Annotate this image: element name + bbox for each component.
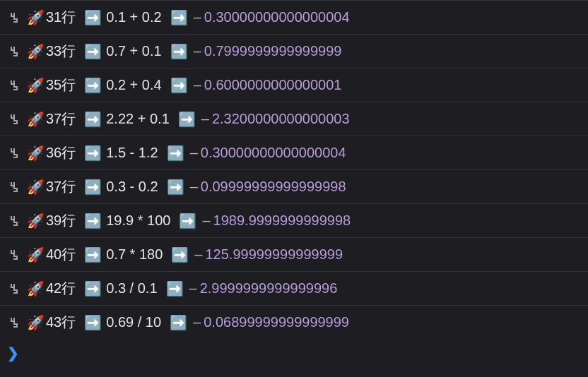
- log-separator: –: [188, 280, 197, 297]
- log-result: 0.7999999999999999: [204, 43, 342, 59]
- log-separator: –: [189, 145, 198, 161]
- rocket-icon: 🚀: [27, 314, 45, 331]
- log-row[interactable]: 🚀 37行 ➡️ 0.3 - 0.2 ➡️ – 0.09999999999999…: [0, 169, 588, 203]
- log-result: 0.6000000000000001: [204, 77, 342, 93]
- log-result: 2.3200000000000003: [212, 111, 350, 127]
- log-result: 125.99999999999999: [205, 246, 343, 263]
- log-row[interactable]: 🚀 36行 ➡️ 1.5 - 1.2 ➡️ – 0.30000000000000…: [0, 136, 588, 169]
- log-level-icon: [7, 282, 21, 296]
- log-separator: –: [192, 9, 201, 25]
- log-row[interactable]: 🚀 37行 ➡️ 2.22 + 0.1 ➡️ – 2.3200000000000…: [0, 102, 588, 136]
- log-separator: –: [193, 246, 202, 263]
- log-expression: 0.7 * 180: [106, 246, 163, 263]
- svg-rect-14: [11, 83, 14, 85]
- arrow-icon: ➡️: [179, 213, 196, 229]
- log-separator: –: [189, 179, 198, 195]
- rocket-icon: 🚀: [27, 246, 45, 263]
- arrow-icon: ➡️: [170, 9, 188, 26]
- log-level-icon: [7, 146, 21, 160]
- log-separator: –: [192, 77, 201, 93]
- rocket-icon: 🚀: [27, 77, 45, 94]
- svg-rect-53: [13, 292, 17, 294]
- log-row[interactable]: 🚀 39行 ➡️ 19.9 * 100 ➡️ – 1989.9999999999…: [0, 203, 588, 237]
- log-line-label: 37行: [46, 109, 76, 128]
- console-input-row[interactable]: ❯: [0, 339, 588, 367]
- arrow-icon: ➡️: [84, 111, 102, 128]
- rocket-icon: 🚀: [27, 9, 45, 26]
- log-level-icon: [7, 316, 21, 330]
- arrow-icon: ➡️: [170, 77, 188, 94]
- log-result: 0.30000000000000004: [201, 145, 346, 161]
- log-separator: –: [192, 314, 201, 330]
- svg-rect-47: [13, 258, 17, 260]
- prompt-caret-icon: ❯: [7, 345, 19, 361]
- svg-rect-44: [11, 253, 14, 254]
- rocket-icon: 🚀: [27, 43, 45, 60]
- arrow-icon: ➡️: [171, 246, 189, 263]
- log-row[interactable]: 🚀 40行 ➡️ 0.7 * 180 ➡️ – 125.999999999999…: [0, 237, 588, 271]
- svg-rect-35: [13, 191, 17, 192]
- log-expression: 19.9 * 100: [106, 213, 170, 229]
- log-expression: 0.3 - 0.2: [106, 179, 158, 195]
- log-expression: 1.5 - 1.2: [106, 145, 158, 161]
- log-expression: 2.22 + 0.1: [106, 111, 170, 127]
- svg-rect-20: [11, 117, 14, 119]
- arrow-icon: ➡️: [167, 179, 184, 196]
- arrow-icon: ➡️: [170, 43, 188, 60]
- log-row[interactable]: 🚀 43行 ➡️ 0.69 / 10 ➡️ – 0.06899999999999…: [0, 305, 588, 339]
- log-level-icon: [7, 248, 21, 262]
- log-separator: –: [201, 213, 210, 229]
- rocket-icon: 🚀: [27, 111, 45, 128]
- arrow-icon: ➡️: [84, 77, 102, 94]
- svg-rect-26: [11, 151, 14, 152]
- log-row[interactable]: 🚀 35行 ➡️ 0.2 + 0.4 ➡️ – 0.60000000000000…: [0, 68, 588, 102]
- arrow-icon: ➡️: [84, 43, 102, 60]
- log-line-label: 33行: [46, 42, 76, 61]
- arrow-icon: ➡️: [166, 280, 184, 297]
- svg-rect-56: [11, 321, 14, 322]
- rocket-icon: 🚀: [27, 213, 45, 229]
- arrow-icon: ➡️: [84, 246, 102, 263]
- log-result: 2.9999999999999996: [200, 280, 338, 297]
- arrow-icon: ➡️: [84, 145, 102, 162]
- arrow-icon: ➡️: [178, 111, 196, 128]
- arrow-icon: ➡️: [84, 280, 102, 297]
- log-level-icon: [7, 44, 21, 59]
- arrow-icon: ➡️: [84, 9, 102, 26]
- log-expression: 0.1 + 0.2: [106, 9, 161, 25]
- log-separator: –: [200, 111, 209, 127]
- svg-rect-17: [13, 89, 17, 90]
- svg-rect-11: [13, 55, 17, 56]
- svg-rect-38: [11, 219, 14, 220]
- rocket-icon: 🚀: [27, 179, 45, 196]
- log-separator: –: [192, 43, 201, 59]
- log-level-icon: [7, 112, 21, 126]
- arrow-icon: ➡️: [84, 314, 102, 331]
- log-line-label: 37行: [46, 177, 76, 196]
- log-row[interactable]: 🚀 31行 ➡️ 0.1 + 0.2 ➡️ – 0.30000000000000…: [0, 0, 588, 34]
- arrow-icon: ➡️: [84, 179, 102, 196]
- svg-rect-23: [13, 123, 17, 124]
- log-expression: 0.3 / 0.1: [106, 280, 157, 297]
- arrow-icon: ➡️: [167, 145, 184, 162]
- log-level-icon: [7, 214, 21, 228]
- svg-rect-5: [13, 21, 17, 23]
- log-line-label: 31行: [46, 8, 76, 27]
- log-level-icon: [7, 11, 21, 25]
- log-expression: 0.2 + 0.4: [106, 77, 161, 93]
- svg-rect-59: [13, 326, 17, 328]
- console-panel: 🚀 31行 ➡️ 0.1 + 0.2 ➡️ – 0.30000000000000…: [0, 0, 588, 377]
- log-line-label: 42行: [46, 279, 76, 298]
- log-row[interactable]: 🚀 33行 ➡️ 0.7 + 0.1 ➡️ – 0.79999999999999…: [0, 34, 588, 68]
- log-level-icon: [7, 180, 21, 194]
- log-result: 0.09999999999999998: [201, 179, 346, 195]
- log-row[interactable]: 🚀 42行 ➡️ 0.3 / 0.1 ➡️ – 2.99999999999999…: [0, 271, 588, 305]
- log-line-label: 40行: [46, 245, 76, 264]
- log-level-icon: [7, 78, 21, 92]
- svg-rect-50: [11, 287, 14, 288]
- log-line-label: 36行: [46, 143, 76, 162]
- svg-rect-32: [11, 185, 14, 186]
- svg-rect-29: [13, 157, 17, 158]
- log-line-label: 39行: [46, 211, 76, 230]
- svg-rect-2: [11, 16, 14, 17]
